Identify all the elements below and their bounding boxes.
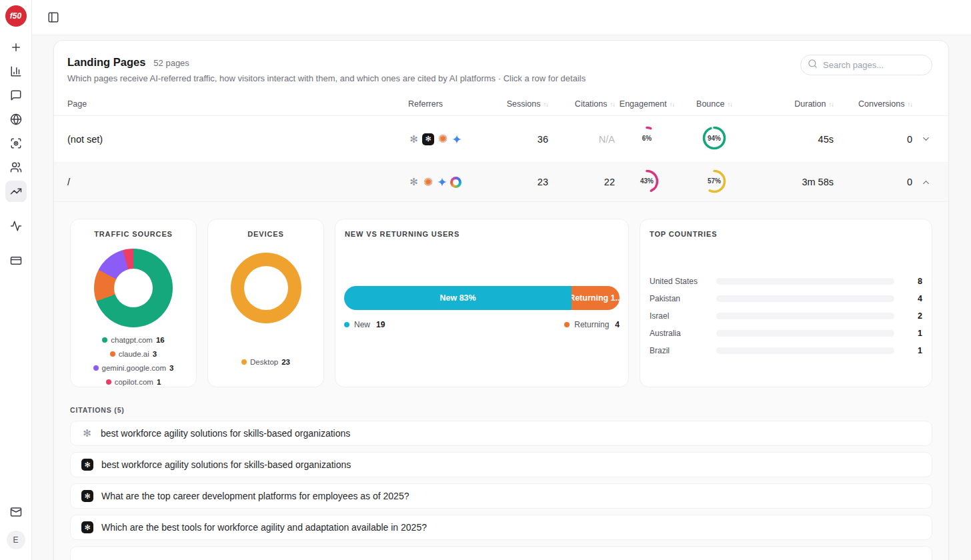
sidebar-item-bar-chart-icon[interactable]	[5, 61, 27, 82]
gemini-icon	[451, 134, 462, 145]
sidebar-item-activity-icon[interactable]	[5, 215, 27, 237]
user-avatar[interactable]: E	[7, 531, 25, 549]
country-row: Israel2	[650, 307, 922, 325]
table-row-expanded[interactable]: / ✻✺ 23 22 43% 57% 3m 58s 0	[54, 163, 948, 201]
column-header-duration[interactable]: Duration↑↓	[750, 99, 834, 109]
table-row[interactable]: (not set) ✻✻✺ 36 N/A 6% 94% 45s 0	[54, 116, 948, 163]
bounce-ring: 57%	[702, 169, 727, 194]
column-header-citations[interactable]: Citations↑↓	[548, 99, 615, 109]
chatgpt-app-icon: ✻	[81, 490, 93, 502]
devices-donut	[231, 253, 301, 323]
new-vs-returning-title: NEW VS RETURNING USERS	[335, 230, 628, 238]
traffic-sources-legend: chatgpt.com16claude.ai3gemini.google.com…	[76, 336, 191, 386]
chatgpt-app-icon: ✻	[81, 459, 93, 471]
page-cell: /	[67, 177, 408, 187]
engagement-cell: 6%	[615, 125, 679, 153]
chevron-down-icon[interactable]	[912, 134, 939, 144]
citations-cell: N/A	[548, 134, 615, 145]
page-cell: (not set)	[67, 134, 408, 145]
openai-icon: ✻	[408, 133, 419, 145]
referrers-cell: ✻✺	[408, 176, 481, 188]
page-subtitle: Which pages receive AI-referred traffic,…	[67, 73, 932, 83]
bar-segment: New 83%	[344, 286, 572, 310]
legend-item: copilot.com1	[106, 378, 161, 386]
new-vs-returning-card: NEW VS RETURNING USERS New 83%Returning …	[335, 219, 629, 387]
sort-icon[interactable]: ↑↓	[727, 101, 732, 108]
citation-row[interactable]: ✻best workforce agility solutions for sk…	[70, 452, 932, 477]
bounce-ring: 94%	[702, 125, 727, 151]
citation-row[interactable]: ✻What are the top career development pla…	[70, 483, 932, 509]
sidebar-nav	[5, 37, 27, 274]
devices-card: DEVICES Desktop23	[207, 219, 324, 387]
sidebar-item-credit-card-icon[interactable]	[5, 250, 27, 271]
legend-item: New19	[344, 320, 385, 329]
copilot-icon	[450, 177, 461, 188]
citations-cell: 22	[548, 177, 615, 187]
sort-icon[interactable]: ↑↓	[610, 101, 616, 108]
sidebar-item-globe-icon[interactable]	[5, 109, 27, 130]
sidebar-toggle-icon[interactable]	[43, 7, 64, 28]
page-count: 52 pages	[153, 58, 189, 68]
citation-row[interactable]: ✻Which are the best tools for workforce …	[70, 515, 932, 540]
sidebar-item-trending-up-icon[interactable]	[5, 181, 27, 202]
conversions-cell: 0	[834, 134, 912, 145]
citation-text: best workforce agility solutions for ski…	[101, 459, 351, 470]
mail-icon[interactable]	[5, 501, 27, 523]
sidebar-item-message-icon[interactable]	[5, 85, 27, 106]
country-row: Australia1	[650, 325, 922, 342]
new-vs-returning-legend: New19Returning4	[344, 320, 620, 329]
top-countries-list: United States8Pakistan4Israel2Australia1…	[640, 273, 932, 359]
chatgpt-app-icon: ✻	[422, 133, 434, 145]
claude-icon: ✺	[437, 133, 449, 145]
sort-icon[interactable]: ↑↓	[544, 101, 549, 108]
traffic-sources-donut	[94, 249, 173, 327]
legend-item: Desktop23	[241, 358, 290, 366]
citation-row[interactable]: ✻best workforce agility solutions for sk…	[70, 421, 932, 446]
country-row: Pakistan4	[650, 290, 922, 307]
card-header: Landing Pages 52 pages Which pages recei…	[54, 41, 948, 92]
bounce-cell: 94%	[679, 125, 750, 153]
sort-icon[interactable]: ↑↓	[908, 101, 913, 108]
sessions-cell: 36	[481, 134, 548, 145]
top-countries-title: TOP COUNTRIES	[640, 230, 932, 238]
column-header-engagement[interactable]: Engagement↑↓	[615, 99, 679, 109]
sort-icon[interactable]: ↑↓	[670, 101, 675, 108]
column-header-page: Page	[67, 99, 408, 109]
conversions-cell: 0	[834, 177, 912, 187]
sidebar-item-users-icon[interactable]	[5, 157, 27, 178]
chatgpt-app-icon: ✻	[81, 521, 93, 533]
column-header-referrers: Referrers	[408, 99, 481, 109]
search-input[interactable]	[823, 60, 925, 70]
citation-row[interactable]	[70, 546, 932, 560]
country-row: Brazil1	[650, 342, 922, 359]
page-title: Landing Pages	[67, 56, 145, 69]
topbar	[32, 0, 971, 35]
duration-cell: 45s	[750, 134, 834, 145]
app-logo[interactable]: f50	[5, 5, 27, 27]
column-header-sessions[interactable]: Sessions↑↓	[481, 99, 548, 109]
sidebar-item-scan-eye-icon[interactable]	[5, 133, 27, 154]
row-details-panel: TRAFFIC SOURCES chatgpt.com16claude.ai3g…	[54, 201, 948, 560]
engagement-ring: 6%	[634, 125, 660, 151]
sidebar: f50 E	[0, 0, 32, 560]
sidebar-item-plus-icon[interactable]	[5, 37, 27, 58]
legend-item: claude.ai3	[110, 350, 157, 358]
column-header-bounce[interactable]: Bounce↑↓	[679, 99, 750, 109]
legend-item: Returning4	[564, 320, 620, 329]
gemini-icon	[437, 177, 447, 187]
citations-label: CITATIONS (5)	[70, 406, 932, 414]
sidebar-bottom: E	[5, 501, 27, 549]
new-vs-returning-bar: New 83%Returning 1...	[344, 286, 620, 310]
claude-icon: ✺	[422, 176, 434, 188]
top-countries-card: TOP COUNTRIES United States8Pakistan4Isr…	[640, 219, 932, 387]
citation-text: What are the top career development plat…	[101, 491, 409, 501]
devices-legend: Desktop23	[209, 358, 323, 366]
openai-icon: ✻	[408, 177, 419, 188]
sort-icon[interactable]: ↑↓	[829, 101, 834, 108]
sessions-cell: 23	[481, 177, 548, 187]
search-box[interactable]	[800, 55, 932, 75]
chevron-up-icon[interactable]	[912, 177, 939, 187]
traffic-sources-title: TRAFFIC SOURCES	[71, 230, 196, 238]
column-header-conversions[interactable]: Conversions↑↓	[834, 99, 912, 109]
openai-icon: ✻	[81, 428, 93, 439]
